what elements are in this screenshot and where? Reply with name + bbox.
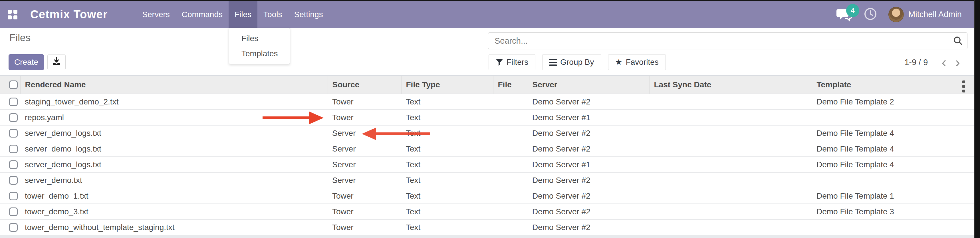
cell-last-sync-date	[649, 188, 812, 204]
row-checkbox[interactable]	[9, 145, 18, 153]
nav-item-servers[interactable]: Servers	[136, 1, 175, 28]
cell-file	[493, 109, 528, 125]
cell-source: Server	[328, 157, 401, 172]
cell-source: Tower	[328, 204, 401, 219]
row-checkbox[interactable]	[9, 98, 18, 106]
search-input[interactable]	[488, 33, 949, 49]
main-menu: ServersCommandsFilesToolsSettings	[136, 1, 329, 28]
star-icon: ★	[615, 58, 622, 66]
user-menu[interactable]: Mitchell Admin	[888, 7, 962, 22]
filter-funnel-icon	[496, 59, 503, 66]
table-row[interactable]: staging_tower_demo_2.txt Tower Text Demo…	[0, 94, 974, 109]
cell-template: Demo File Template 4	[812, 141, 974, 157]
annotation-arrow-pointing-left	[362, 128, 430, 140]
cell-source: Server	[328, 172, 401, 188]
column-header-template[interactable]: Template	[812, 76, 974, 94]
files-dropdown-menu: FilesTemplates	[229, 28, 290, 64]
import-button[interactable]	[48, 54, 66, 70]
cell-file	[493, 94, 528, 109]
cell-file-type: Text	[401, 109, 493, 125]
nav-item-settings[interactable]: Settings	[288, 1, 329, 28]
cell-template	[812, 109, 974, 125]
user-name: Mitchell Admin	[908, 10, 962, 19]
cell-source: Server	[328, 141, 401, 157]
pager-range: 1-9 / 9	[904, 58, 928, 67]
top-navbar: Cetmix Tower ServersCommandsFilesToolsSe…	[0, 1, 980, 28]
cell-rendered-name: server_demo_logs.txt	[20, 125, 328, 141]
cell-file-type: Text	[401, 219, 493, 235]
dropdown-item-templates[interactable]: Templates	[229, 46, 290, 61]
cell-file	[493, 188, 528, 204]
cell-rendered-name: tower_demo_without_template_staging.txt	[20, 219, 328, 235]
cell-server: Demo Server #2	[528, 125, 649, 141]
cell-rendered-name: staging_tower_demo_2.txt	[20, 94, 328, 109]
table-header-row: Rendered Name Source File Type File Serv…	[0, 76, 974, 94]
cell-server: Demo Server #2	[528, 141, 649, 157]
favorites-button[interactable]: ★ Favorites	[608, 54, 666, 70]
file-table-body: staging_tower_demo_2.txt Tower Text Demo…	[0, 94, 974, 235]
cell-file	[493, 125, 528, 141]
row-checkbox[interactable]	[9, 129, 18, 138]
cell-file-type: Text	[401, 157, 493, 172]
row-checkbox[interactable]	[9, 160, 18, 169]
cell-template: Demo File Template 1	[812, 188, 974, 204]
row-checkbox[interactable]	[9, 208, 18, 216]
table-row[interactable]: tower_demo_1.txt Tower Text Demo Server …	[0, 188, 974, 204]
messages-count-badge: 4	[846, 4, 859, 17]
window-right-edge	[974, 0, 980, 238]
row-checkbox[interactable]	[9, 223, 18, 232]
row-checkbox[interactable]	[9, 192, 18, 200]
cell-server: Demo Server #2	[528, 94, 649, 109]
cell-source: Tower	[328, 188, 401, 204]
column-header-source[interactable]: Source	[328, 76, 401, 94]
column-header-file[interactable]: File	[493, 76, 528, 94]
cell-rendered-name: server_demo_logs.txt	[20, 141, 328, 157]
cell-template	[812, 172, 974, 188]
select-all-checkbox[interactable]	[9, 81, 18, 89]
window-top-edge	[0, 0, 980, 1]
create-button[interactable]: Create	[9, 54, 44, 70]
column-header-last-sync-date[interactable]: Last Sync Date	[649, 76, 812, 94]
cell-last-sync-date	[649, 219, 812, 235]
table-row[interactable]: repos.yaml Tower Text Demo Server #1	[0, 109, 974, 125]
column-header-file-type[interactable]: File Type	[401, 76, 493, 94]
cell-template: Demo File Template 4	[812, 125, 974, 141]
search-icon[interactable]	[949, 33, 967, 49]
cell-template	[812, 219, 974, 235]
filters-button[interactable]: Filters	[488, 54, 535, 70]
group-by-button[interactable]: Group By	[542, 54, 601, 70]
column-header-rendered-name[interactable]: Rendered Name	[20, 76, 328, 94]
pager-next-button[interactable]: ›	[953, 55, 962, 70]
app-brand[interactable]: Cetmix Tower	[30, 8, 108, 21]
table-row[interactable]: server_demo_logs.txt Server Text Demo Se…	[0, 141, 974, 157]
messages-button[interactable]: 4	[836, 8, 853, 22]
dropdown-item-files[interactable]: Files	[229, 31, 290, 46]
optional-columns-button[interactable]	[961, 79, 966, 94]
cell-last-sync-date	[649, 157, 812, 172]
table-row[interactable]: server_demo.txt Server Text Demo Server …	[0, 172, 974, 188]
pager: 1-9 / 9 ‹ ›	[904, 54, 962, 70]
apps-menu-button[interactable]	[6, 8, 19, 21]
nav-item-files[interactable]: Files	[229, 1, 258, 28]
cell-template: Demo File Template 2	[812, 94, 974, 109]
list-footer-strip	[0, 235, 974, 238]
table-row[interactable]: server_demo_logs.txt Server Text Demo Se…	[0, 157, 974, 172]
cell-last-sync-date	[649, 94, 812, 109]
table-row[interactable]: server_demo_logs.txt Server Text Demo Se…	[0, 125, 974, 141]
table-row[interactable]: tower_demo_3.txt Tower Text Demo Server …	[0, 204, 974, 219]
nav-item-commands[interactable]: Commands	[176, 1, 229, 28]
row-checkbox[interactable]	[9, 113, 18, 122]
activities-button[interactable]	[864, 8, 877, 22]
cell-file-type: Text	[401, 172, 493, 188]
avatar	[888, 7, 904, 22]
cell-last-sync-date	[649, 141, 812, 157]
cell-file	[493, 157, 528, 172]
nav-item-tools[interactable]: Tools	[258, 1, 288, 28]
pager-previous-button[interactable]: ‹	[939, 55, 948, 70]
column-header-server[interactable]: Server	[528, 76, 649, 94]
download-icon	[52, 57, 61, 68]
cell-last-sync-date	[649, 109, 812, 125]
annotation-arrow-pointing-right	[262, 111, 324, 124]
row-checkbox[interactable]	[9, 176, 18, 185]
table-row[interactable]: tower_demo_without_template_staging.txt …	[0, 219, 974, 235]
